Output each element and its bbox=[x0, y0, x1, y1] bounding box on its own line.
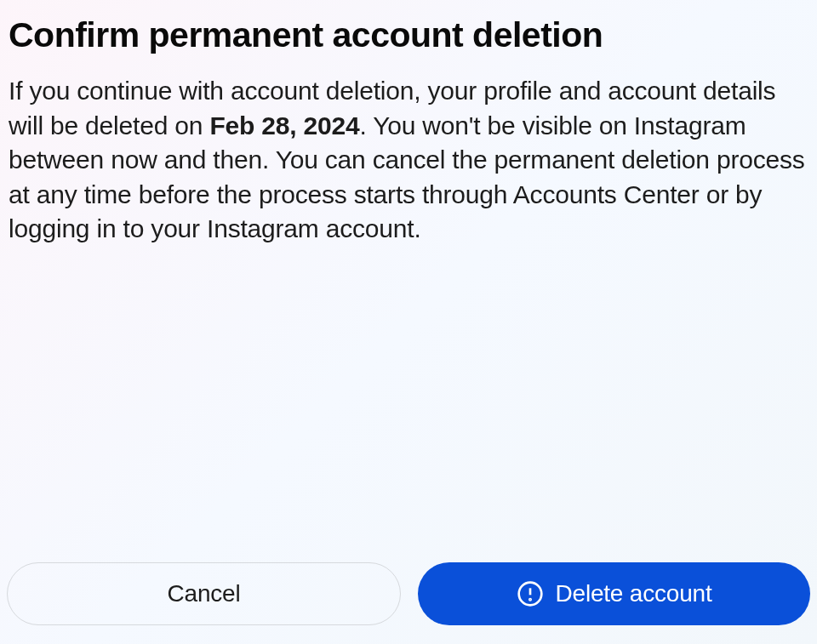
deletion-date: Feb 28, 2024 bbox=[209, 111, 359, 140]
dialog-title: Confirm permanent account deletion bbox=[9, 15, 808, 55]
svg-point-2 bbox=[529, 599, 530, 600]
dialog-button-row: Cancel Delete account bbox=[7, 562, 810, 625]
cancel-button[interactable]: Cancel bbox=[7, 562, 401, 625]
alert-circle-icon bbox=[517, 580, 544, 607]
delete-button-label: Delete account bbox=[556, 580, 712, 607]
dialog-body: If you continue with account deletion, y… bbox=[9, 74, 808, 247]
delete-account-button[interactable]: Delete account bbox=[418, 562, 810, 625]
cancel-button-label: Cancel bbox=[168, 580, 241, 607]
